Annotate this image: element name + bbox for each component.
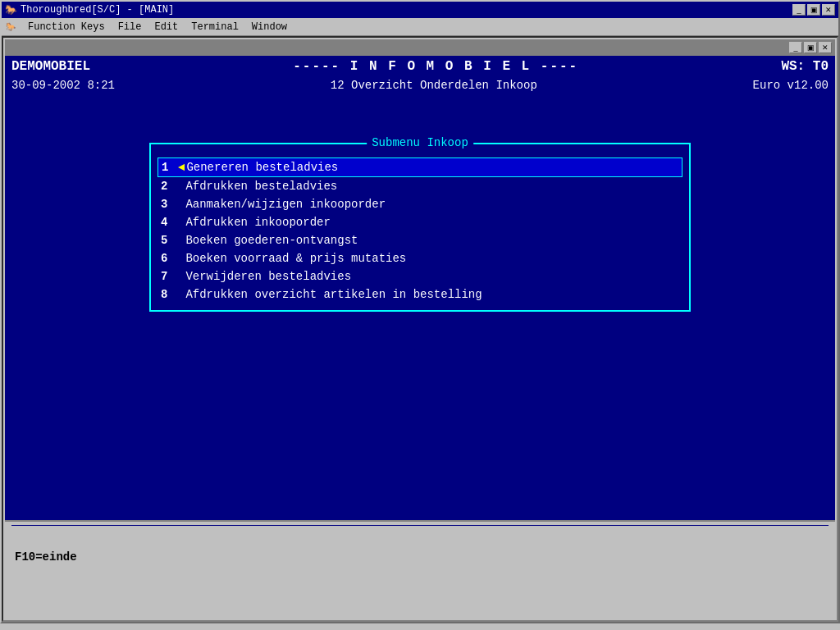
item-3-num: 3 xyxy=(161,198,177,211)
terminal-left: DEMOMOBIEL xyxy=(11,59,90,74)
f10-label: F10=einde xyxy=(11,550,829,564)
item-3-label: Aanmaken/wijzigen inkooporder xyxy=(185,198,386,211)
item-7-label: Verwijderen besteladvies xyxy=(185,270,351,283)
inner-minimize-button[interactable]: _ xyxy=(789,42,802,53)
terminal-subheader: 30-09-2002 8:21 12 Overzicht Onderdelen … xyxy=(5,77,835,94)
item-5-arrow xyxy=(177,234,184,247)
submenu-item-1[interactable]: 1 ◄ Genereren besteladvies xyxy=(158,158,682,177)
inner-close-button[interactable]: ✕ xyxy=(819,42,832,53)
inner-controls: _ ▣ ✕ xyxy=(789,42,832,53)
item-8-num: 8 xyxy=(161,288,177,301)
item-6-arrow xyxy=(177,252,184,265)
inner-restore-button[interactable]: ▣ xyxy=(804,42,817,53)
menu-app-icon: 🐎 xyxy=(3,20,18,34)
minimize-button[interactable]: _ xyxy=(792,4,806,16)
menu-bar: 🐎 Function Keys File Edit Terminal Windo… xyxy=(2,18,838,36)
item-7-num: 7 xyxy=(161,270,177,283)
terminal-header: DEMOMOBIEL ----- I N F O M O B I E L ---… xyxy=(5,56,835,77)
window-controls: _ ▣ ✕ xyxy=(792,4,835,16)
submenu-item-8[interactable]: 8 Afdrukken overzicht artikelen in beste… xyxy=(158,285,682,304)
item-1-label: Genereren besteladvies xyxy=(186,161,338,174)
app-icon: 🐎 xyxy=(5,4,17,16)
item-6-label: Boeken voorraad & prijs mutaties xyxy=(185,252,406,265)
item-3-arrow xyxy=(177,198,184,211)
item-7-arrow xyxy=(177,270,184,283)
terminal-date: 30-09-2002 8:21 xyxy=(11,79,115,92)
submenu-item-5[interactable]: 5 Boeken goederen-ontvangst xyxy=(158,231,682,249)
item-8-arrow xyxy=(177,288,184,301)
item-8-label: Afdrukken overzicht artikelen in bestell… xyxy=(185,288,482,301)
item-1-num: 1 xyxy=(162,161,178,174)
window-title: Thoroughbred[S/C] - [MAIN] xyxy=(21,4,174,16)
terminal-center: ----- I N F O M O B I E L ---- xyxy=(293,59,578,74)
item-2-arrow xyxy=(177,180,184,193)
close-button[interactable]: ✕ xyxy=(822,4,835,16)
item-6-num: 6 xyxy=(161,252,177,265)
item-4-label: Afdrukken inkooporder xyxy=(185,216,330,229)
submenu-items: 1 ◄ Genereren besteladvies 2 Afdrukken b… xyxy=(151,144,689,310)
item-2-num: 2 xyxy=(161,180,177,193)
menu-edit[interactable]: Edit xyxy=(148,20,185,34)
item-4-arrow xyxy=(177,216,184,229)
bottom-area: F10=einde xyxy=(5,520,835,619)
menu-file[interactable]: File xyxy=(112,20,148,34)
title-bar: 🐎 Thoroughbred[S/C] - [MAIN] _ ▣ ✕ xyxy=(2,2,838,18)
item-5-num: 5 xyxy=(161,234,177,247)
terminal-version: Euro v12.00 xyxy=(753,79,829,92)
terminal-area: DEMOMOBIEL ----- I N F O M O B I E L ---… xyxy=(5,56,835,520)
submenu-item-3[interactable]: 3 Aanmaken/wijzigen inkooporder xyxy=(158,195,682,213)
submenu-item-7[interactable]: 7 Verwijderen besteladvies xyxy=(158,267,682,285)
menu-terminal[interactable]: Terminal xyxy=(185,20,245,34)
restore-button[interactable]: ▣ xyxy=(807,4,820,16)
menu-function-keys[interactable]: Function Keys xyxy=(21,20,112,34)
submenu-item-4[interactable]: 4 Afdrukken inkooporder xyxy=(158,213,682,231)
submenu-container: Submenu Inkoop 1 ◄ Genereren besteladvie… xyxy=(5,94,835,520)
item-1-arrow: ◄ xyxy=(178,161,185,174)
terminal-description: 12 Overzicht Onderdelen Inkoop xyxy=(331,79,537,92)
submenu-item-6[interactable]: 6 Boeken voorraad & prijs mutaties xyxy=(158,249,682,267)
submenu-box: Submenu Inkoop 1 ◄ Genereren besteladvie… xyxy=(149,143,691,312)
terminal-right: WS: T0 xyxy=(781,59,829,74)
inner-title-bar: _ ▣ ✕ xyxy=(5,39,835,56)
submenu-item-2[interactable]: 2 Afdrukken besteladvies xyxy=(158,177,682,195)
item-2-label: Afdrukken besteladvies xyxy=(185,180,337,193)
menu-window[interactable]: Window xyxy=(245,20,294,34)
outer-window: 🐎 Thoroughbred[S/C] - [MAIN] _ ▣ ✕ 🐎 Fun… xyxy=(0,0,840,623)
submenu-title: Submenu Inkoop xyxy=(367,136,473,149)
item-5-label: Boeken goederen-ontvangst xyxy=(185,234,358,247)
item-4-num: 4 xyxy=(161,216,177,229)
